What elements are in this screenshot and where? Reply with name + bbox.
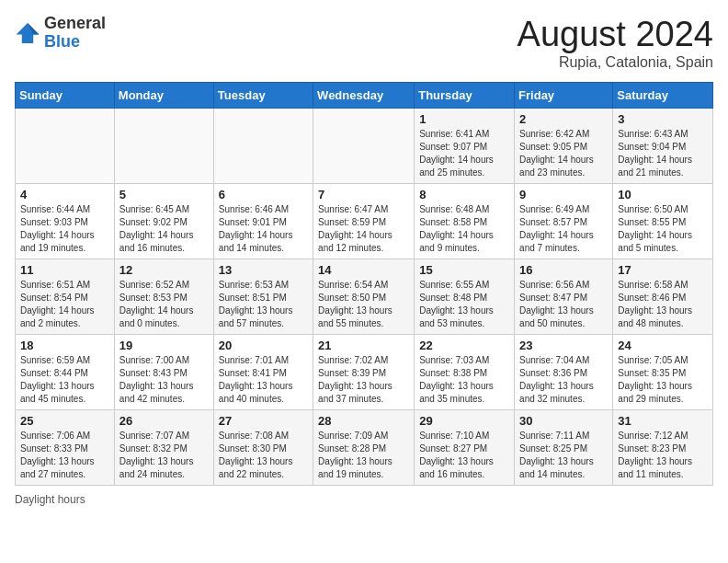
day-number: 3 (618, 112, 708, 126)
day-of-week-header: Sunday (16, 83, 115, 109)
day-number: 21 (318, 339, 409, 352)
day-info: Sunrise: 6:59 AM Sunset: 8:44 PM Dayligh… (20, 354, 109, 406)
day-info: Sunrise: 7:01 AM Sunset: 8:41 PM Dayligh… (219, 354, 308, 406)
calendar-cell: 5Sunrise: 6:45 AM Sunset: 9:02 PM Daylig… (114, 184, 213, 259)
day-number: 14 (318, 263, 409, 277)
day-number: 19 (119, 339, 209, 352)
calendar-cell: 28Sunrise: 7:09 AM Sunset: 8:28 PM Dayli… (313, 410, 415, 486)
calendar-cell: 4Sunrise: 6:44 AM Sunset: 9:03 PM Daylig… (16, 184, 115, 259)
day-info: Sunrise: 7:05 AM Sunset: 8:35 PM Dayligh… (618, 354, 708, 406)
day-number: 4 (20, 188, 109, 201)
calendar-body: 1Sunrise: 6:41 AM Sunset: 9:07 PM Daylig… (16, 109, 713, 486)
day-number: 7 (318, 188, 409, 201)
day-info: Sunrise: 7:12 AM Sunset: 8:23 PM Dayligh… (618, 430, 708, 481)
day-info: Sunrise: 6:55 AM Sunset: 8:48 PM Dayligh… (419, 279, 509, 330)
day-info: Sunrise: 6:54 AM Sunset: 8:50 PM Dayligh… (318, 279, 409, 330)
day-of-week-header: Thursday (415, 83, 515, 109)
day-number: 11 (20, 263, 109, 277)
day-info: Sunrise: 7:11 AM Sunset: 8:25 PM Dayligh… (519, 430, 608, 481)
day-number: 18 (20, 339, 109, 352)
calendar-cell: 20Sunrise: 7:01 AM Sunset: 8:41 PM Dayli… (213, 335, 313, 410)
day-number: 16 (519, 263, 608, 277)
calendar-cell (213, 109, 313, 184)
day-number: 12 (119, 263, 209, 277)
day-number: 23 (519, 339, 608, 352)
calendar-cell: 21Sunrise: 7:02 AM Sunset: 8:39 PM Dayli… (313, 335, 415, 410)
day-number: 22 (419, 339, 509, 352)
day-number: 24 (618, 339, 708, 352)
calendar-cell (16, 109, 115, 184)
calendar-cell: 10Sunrise: 6:50 AM Sunset: 8:55 PM Dayli… (613, 184, 713, 259)
calendar-header: SundayMondayTuesdayWednesdayThursdayFrid… (16, 83, 713, 109)
day-number: 6 (219, 188, 308, 201)
calendar-cell: 8Sunrise: 6:48 AM Sunset: 8:58 PM Daylig… (415, 184, 515, 259)
day-number: 5 (119, 188, 209, 201)
calendar-table: SundayMondayTuesdayWednesdayThursdayFrid… (15, 82, 713, 486)
day-of-week-header: Saturday (613, 83, 713, 109)
logo-general-text: General (44, 15, 106, 33)
day-number: 9 (519, 188, 608, 201)
day-info: Sunrise: 6:44 AM Sunset: 9:03 PM Dayligh… (20, 203, 109, 255)
calendar-cell: 25Sunrise: 7:06 AM Sunset: 8:33 PM Dayli… (16, 410, 115, 486)
day-number: 10 (618, 188, 708, 201)
day-info: Sunrise: 7:08 AM Sunset: 8:30 PM Dayligh… (219, 430, 308, 481)
logo-text: General Blue (44, 15, 106, 52)
calendar-cell: 16Sunrise: 6:56 AM Sunset: 8:47 PM Dayli… (515, 259, 613, 335)
day-of-week-header: Tuesday (213, 83, 313, 109)
calendar-week-row: 11Sunrise: 6:51 AM Sunset: 8:54 PM Dayli… (16, 259, 713, 335)
day-info: Sunrise: 7:09 AM Sunset: 8:28 PM Dayligh… (318, 430, 409, 481)
day-info: Sunrise: 6:58 AM Sunset: 8:46 PM Dayligh… (618, 279, 708, 330)
calendar-cell: 27Sunrise: 7:08 AM Sunset: 8:30 PM Dayli… (213, 410, 313, 486)
day-number: 30 (519, 414, 608, 428)
calendar-cell: 1Sunrise: 6:41 AM Sunset: 9:07 PM Daylig… (415, 109, 515, 184)
day-info: Sunrise: 6:56 AM Sunset: 8:47 PM Dayligh… (519, 279, 608, 330)
daylight-label: Daylight hours (15, 493, 85, 506)
day-info: Sunrise: 6:43 AM Sunset: 9:04 PM Dayligh… (618, 128, 708, 179)
calendar-cell: 17Sunrise: 6:58 AM Sunset: 8:46 PM Dayli… (613, 259, 713, 335)
calendar-cell: 12Sunrise: 6:52 AM Sunset: 8:53 PM Dayli… (114, 259, 213, 335)
day-number: 13 (219, 263, 308, 277)
day-info: Sunrise: 6:47 AM Sunset: 8:59 PM Dayligh… (318, 203, 409, 255)
calendar-week-row: 4Sunrise: 6:44 AM Sunset: 9:03 PM Daylig… (16, 184, 713, 259)
calendar-cell: 26Sunrise: 7:07 AM Sunset: 8:32 PM Dayli… (114, 410, 213, 486)
day-number: 15 (419, 263, 509, 277)
calendar-week-row: 18Sunrise: 6:59 AM Sunset: 8:44 PM Dayli… (16, 335, 713, 410)
page-header: General Blue August 2024 Rupia, Cataloni… (15, 15, 713, 71)
calendar-cell: 15Sunrise: 6:55 AM Sunset: 8:48 PM Dayli… (415, 259, 515, 335)
day-info: Sunrise: 7:02 AM Sunset: 8:39 PM Dayligh… (318, 354, 409, 406)
day-info: Sunrise: 6:46 AM Sunset: 9:01 PM Dayligh… (219, 203, 308, 255)
calendar-cell: 9Sunrise: 6:49 AM Sunset: 8:57 PM Daylig… (515, 184, 613, 259)
day-number: 27 (219, 414, 308, 428)
title-block: August 2024 Rupia, Catalonia, Spain (518, 15, 713, 71)
calendar-cell: 23Sunrise: 7:04 AM Sunset: 8:36 PM Dayli… (515, 335, 613, 410)
day-info: Sunrise: 6:41 AM Sunset: 9:07 PM Dayligh… (419, 128, 509, 179)
day-info: Sunrise: 7:10 AM Sunset: 8:27 PM Dayligh… (419, 430, 509, 481)
calendar-subtitle: Rupia, Catalonia, Spain (518, 54, 713, 71)
calendar-cell: 7Sunrise: 6:47 AM Sunset: 8:59 PM Daylig… (313, 184, 415, 259)
day-info: Sunrise: 6:45 AM Sunset: 9:02 PM Dayligh… (119, 203, 209, 255)
day-info: Sunrise: 7:04 AM Sunset: 8:36 PM Dayligh… (519, 354, 608, 406)
calendar-cell: 29Sunrise: 7:10 AM Sunset: 8:27 PM Dayli… (415, 410, 515, 486)
calendar-cell: 3Sunrise: 6:43 AM Sunset: 9:04 PM Daylig… (613, 109, 713, 184)
calendar-cell (114, 109, 213, 184)
calendar-cell: 22Sunrise: 7:03 AM Sunset: 8:38 PM Dayli… (415, 335, 515, 410)
day-number: 1 (419, 112, 509, 126)
day-of-week-header: Friday (515, 83, 613, 109)
calendar-cell: 11Sunrise: 6:51 AM Sunset: 8:54 PM Dayli… (16, 259, 115, 335)
day-info: Sunrise: 7:03 AM Sunset: 8:38 PM Dayligh… (419, 354, 509, 406)
day-info: Sunrise: 7:00 AM Sunset: 8:43 PM Dayligh… (119, 354, 209, 406)
calendar-week-row: 25Sunrise: 7:06 AM Sunset: 8:33 PM Dayli… (16, 410, 713, 486)
day-number: 2 (519, 112, 608, 126)
day-info: Sunrise: 6:53 AM Sunset: 8:51 PM Dayligh… (219, 279, 308, 330)
day-info: Sunrise: 6:48 AM Sunset: 8:58 PM Dayligh… (419, 203, 509, 255)
calendar-cell: 30Sunrise: 7:11 AM Sunset: 8:25 PM Dayli… (515, 410, 613, 486)
day-number: 31 (618, 414, 708, 428)
day-of-week-header: Monday (114, 83, 213, 109)
calendar-cell: 6Sunrise: 6:46 AM Sunset: 9:01 PM Daylig… (213, 184, 313, 259)
footer: Daylight hours (15, 493, 713, 506)
logo-blue-text: Blue (44, 33, 106, 52)
day-number: 28 (318, 414, 409, 428)
calendar-week-row: 1Sunrise: 6:41 AM Sunset: 9:07 PM Daylig… (16, 109, 713, 184)
day-info: Sunrise: 6:52 AM Sunset: 8:53 PM Dayligh… (119, 279, 209, 330)
day-number: 20 (219, 339, 308, 352)
